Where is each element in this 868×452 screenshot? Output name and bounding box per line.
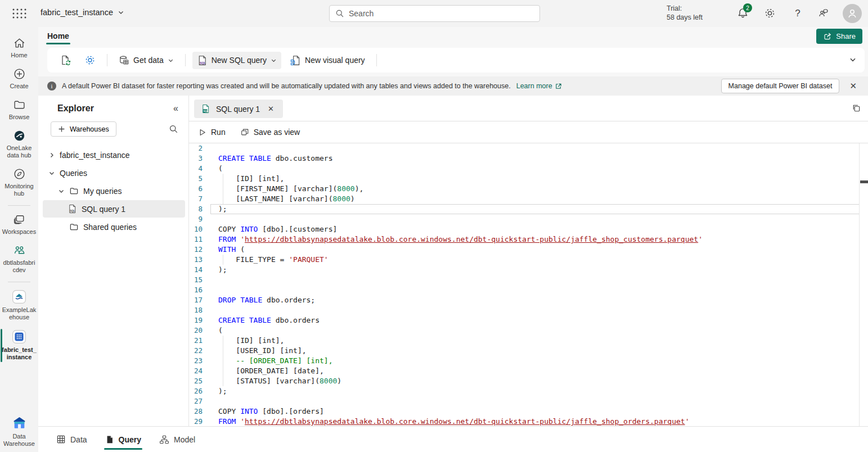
view-tab-query[interactable]: Query: [104, 427, 142, 452]
code-line-26[interactable]: 26);: [189, 386, 868, 396]
search-placeholder: Search: [349, 9, 374, 18]
notification-badge: 2: [743, 3, 752, 12]
code-line-16[interactable]: 16: [189, 285, 868, 295]
new-visual-query-button[interactable]: New visual query: [286, 52, 370, 69]
code-line-17[interactable]: 17DROP TABLE dbo.orders;: [189, 295, 868, 305]
tree-item-sql-query-1[interactable]: SQLSQL query 1: [43, 200, 185, 218]
share-button[interactable]: Share: [816, 29, 862, 44]
code-line-7[interactable]: 7 [LAST_NAME] [varchar](8000): [189, 194, 868, 204]
code-line-3[interactable]: 3CREATE TABLE dbo.customers: [189, 153, 868, 164]
line-number: 28: [189, 406, 208, 417]
code-line-9[interactable]: 9: [189, 214, 868, 224]
code-line-5[interactable]: 5 [ID] [int],: [189, 174, 868, 184]
view-tab-model[interactable]: Model: [158, 427, 196, 452]
datawarehouse-icon: [12, 415, 27, 431]
model-icon: [159, 435, 169, 445]
dataset-info-banner: i A default Power BI dataset for faster …: [38, 76, 868, 96]
code-line-23[interactable]: 23 -- [ORDER_DATE] [int],: [189, 356, 868, 366]
app-launcher-icon[interactable]: [11, 8, 27, 19]
code-line-4[interactable]: 4(: [189, 164, 868, 174]
nav-item-create[interactable]: Create: [0, 64, 38, 94]
close-tab-icon[interactable]: ✕: [266, 103, 276, 114]
tree-item-my-queries[interactable]: My queries: [43, 182, 185, 200]
dataset-settings-button[interactable]: [80, 51, 100, 69]
code-line-28[interactable]: 28COPY INTO [dbo].[orders]: [189, 406, 868, 417]
close-banner-icon[interactable]: ✕: [847, 81, 859, 91]
code-line-20[interactable]: 20(: [189, 326, 868, 336]
settings-button[interactable]: [764, 7, 776, 20]
account-avatar[interactable]: [843, 4, 862, 23]
new-sql-query-button[interactable]: SQL New SQL query: [192, 52, 281, 69]
line-number: 29: [189, 417, 208, 426]
code-line-18[interactable]: 18: [189, 305, 868, 315]
nav-item-browse[interactable]: Browse: [0, 94, 38, 125]
view-switcher-bar: DataQueryModel: [38, 426, 868, 452]
sql-code-area[interactable]: 23CREATE TABLE dbo.customers4(5 [ID] [in…: [189, 143, 868, 426]
manage-dataset-button[interactable]: Manage default Power BI dataset: [721, 79, 840, 93]
nav-item-home[interactable]: Home: [0, 33, 38, 64]
notifications-button[interactable]: 2: [737, 7, 749, 20]
nav-item-data-warehouse[interactable]: Data Warehouse: [0, 412, 38, 452]
top-header: fabric_test_instance Search Trial: 58 da…: [0, 0, 868, 27]
explorer-search-icon[interactable]: [169, 124, 178, 134]
save-as-view-button[interactable]: Save as view: [240, 128, 300, 137]
code-line-11[interactable]: 11FROM 'https://dbtlabsynapsedatalake.bl…: [189, 234, 868, 245]
collapse-explorer-icon[interactable]: «: [173, 103, 178, 114]
tree-item-label: SQL query 1: [82, 205, 125, 214]
line-number: 8: [189, 204, 208, 214]
line-number: 25: [189, 376, 208, 386]
code-line-6[interactable]: 6 [FIRST_NAME] [varchar](8000),: [189, 184, 868, 194]
learn-more-link[interactable]: Learn more: [516, 82, 562, 90]
code-line-14[interactable]: 14);: [189, 265, 868, 275]
run-button[interactable]: Run: [198, 128, 226, 137]
help-button[interactable]: ?: [791, 7, 804, 20]
nav-item-workspaces[interactable]: Workspaces: [0, 209, 38, 240]
code-line-21[interactable]: 21 [ID] [int],: [189, 336, 868, 346]
nav-item-examplelakehouse[interactable]: ExampleLakehouse: [0, 286, 38, 326]
line-number: 18: [189, 305, 208, 315]
code-line-27[interactable]: 27: [189, 396, 868, 406]
nav-item-dbtlabsfabricdev[interactable]: dbtlabsfabricdev: [0, 240, 38, 278]
code-line-29[interactable]: 29FROM 'https://dbtlabsynapsedatalake.bl…: [189, 417, 868, 426]
chevron-down-icon[interactable]: [48, 170, 55, 177]
workspace-switcher[interactable]: fabric_test_instance: [41, 8, 124, 17]
chevron-right-icon[interactable]: [48, 152, 55, 159]
tree-item-shared-queries[interactable]: Shared queries: [43, 218, 185, 236]
browse-icon: [13, 98, 26, 111]
code-line-22[interactable]: 22 [USER_ID] [int],: [189, 346, 868, 356]
add-warehouses-button[interactable]: Warehouses: [51, 121, 116, 137]
tree-item-fabric-test-instance[interactable]: fabric_test_instance: [43, 146, 185, 164]
search-input[interactable]: Search: [329, 5, 540, 22]
tab-home[interactable]: Home: [46, 29, 70, 43]
get-data-button[interactable]: Get data: [114, 52, 178, 69]
scrollbar-indicator[interactable]: [860, 180, 868, 183]
copy-icon[interactable]: [852, 103, 861, 113]
nav-item-monitoring-hub[interactable]: Monitoring hub: [0, 164, 38, 202]
folder-icon: [69, 186, 79, 196]
query-tab[interactable]: SQL SQL query 1 ✕: [194, 100, 283, 118]
query-tab-bar: SQL SQL query 1 ✕: [189, 96, 868, 121]
tree-item-queries[interactable]: Queries: [43, 164, 185, 182]
feedback-button[interactable]: [817, 7, 829, 20]
ribbon-toolbar-row: Get data SQL New SQL query New visual qu…: [38, 46, 868, 76]
code-line-8[interactable]: 8);: [189, 204, 868, 214]
collapse-ribbon-button[interactable]: [849, 56, 857, 64]
code-line-2[interactable]: 2: [189, 143, 868, 153]
refresh-dataset-button[interactable]: [55, 51, 75, 69]
info-icon: i: [47, 82, 56, 91]
code-line-12[interactable]: 12WITH (: [189, 245, 868, 255]
code-line-10[interactable]: 10COPY INTO [dbo].[customers]: [189, 224, 868, 234]
code-line-25[interactable]: 25 [STATUS] [varchar](8000): [189, 376, 868, 386]
nav-item-onelake-data-hub[interactable]: OneLake data hub: [0, 125, 38, 164]
line-number: 16: [189, 285, 208, 295]
view-tab-data[interactable]: Data: [55, 427, 88, 452]
code-line-15[interactable]: 15: [189, 275, 868, 285]
nav-item-label: OneLake data hub: [2, 144, 37, 159]
nav-item-fabric-test-instance[interactable]: fabric_test_instance: [0, 326, 38, 365]
chevron-down-icon[interactable]: [58, 188, 65, 195]
lakehouse-icon: [12, 290, 26, 304]
code-line-19[interactable]: 19CREATE TABLE dbo.orders: [189, 315, 868, 326]
document-refresh-icon: [60, 55, 71, 66]
code-line-13[interactable]: 13 FILE_TYPE = 'PARQUET': [189, 255, 868, 265]
code-line-24[interactable]: 24 [ORDER_DATE] [date],: [189, 366, 868, 376]
